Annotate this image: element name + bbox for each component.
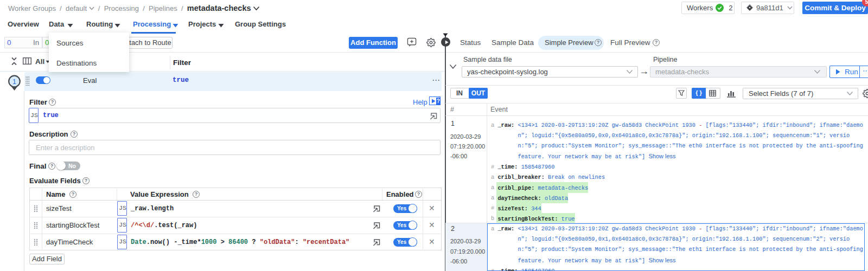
svg-text:1: 1 — [12, 78, 16, 86]
